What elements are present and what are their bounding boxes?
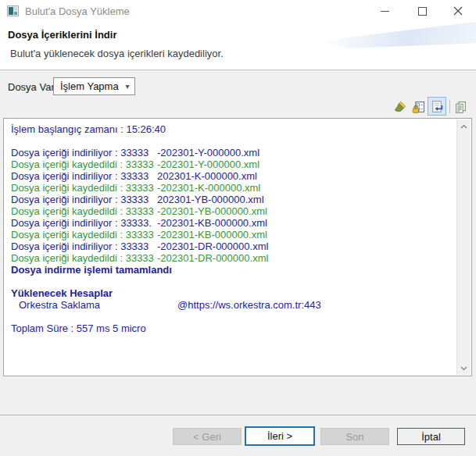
log-line: Dosya içeriği indiriliyor : 33333-202301… xyxy=(11,240,455,252)
title-bar: Bulut'a Dosya Yükleme xyxy=(0,0,476,22)
dropdown-value: İşlem Yapma xyxy=(54,80,120,92)
log-line: Yüklenecek Hesaplar xyxy=(11,287,455,299)
clear-console-button[interactable] xyxy=(392,99,407,115)
log-line: Dosya indirme işlemi tamamlandı xyxy=(11,264,455,276)
scroll-up-button[interactable] xyxy=(457,119,471,133)
log-line: Dosya içeriği indiriliyor : 33333202301-… xyxy=(11,194,455,205)
close-button[interactable] xyxy=(442,0,474,22)
log-line: Dosya içeriği indiriliyor : 33333-202301… xyxy=(11,147,455,159)
back-button: < Geri xyxy=(173,428,242,445)
next-button[interactable]: İleri > xyxy=(245,426,315,446)
toolbar-separator xyxy=(449,100,450,113)
log-line: Dosya içeriği kaydedildi : 33333-202301-… xyxy=(11,159,455,170)
console-log[interactable]: İşlem başlangıç zamanı : 15:26:40Dosya i… xyxy=(3,118,472,376)
scroll-down-icon xyxy=(460,366,467,371)
log-line xyxy=(11,135,455,147)
word-wrap-icon xyxy=(431,100,444,113)
log-line: Dosya içeriği kaydedildi : 33333-202301-… xyxy=(11,182,455,194)
minimize-icon xyxy=(381,11,389,12)
wizard-content: Dosya Varsa İşlem Yapma ▾ xyxy=(0,70,476,456)
log-line: Toplam Süre : 557 ms 5 micro xyxy=(11,322,455,334)
copy-button[interactable] xyxy=(453,99,468,115)
header-banner-graphic xyxy=(320,22,476,48)
footer-separator xyxy=(0,415,476,415)
chevron-down-icon: ▾ xyxy=(120,82,134,91)
page-title: Dosya İçeriklerini İndir xyxy=(8,29,116,41)
scroll-lock-button[interactable] xyxy=(410,99,426,115)
log-line: Orkestra Saklama@https://ws.orkestra.com… xyxy=(11,299,455,311)
app-icon xyxy=(7,5,19,16)
clear-console-icon xyxy=(393,101,406,114)
page-subtitle: Bulut'a yüklenecek dosya içerikleri kayd… xyxy=(10,48,224,59)
scroll-up-icon xyxy=(460,124,467,129)
wizard-dialog: { "window": { "title": "Bulut'a Dosya Yü… xyxy=(0,0,476,456)
file-action-dropdown[interactable]: İşlem Yapma ▾ xyxy=(53,77,135,95)
log-line xyxy=(11,276,455,287)
close-icon xyxy=(453,6,463,16)
copy-icon xyxy=(454,101,467,114)
minimize-button[interactable] xyxy=(369,0,400,22)
log-line: İşlem başlangıç zamanı : 15:26:40 xyxy=(11,123,455,135)
log-line xyxy=(11,311,455,322)
cancel-button[interactable]: İptal xyxy=(397,428,465,445)
log-line: Dosya içeriği indiriliyor : 33333.-20230… xyxy=(11,217,455,229)
finish-button: Son xyxy=(320,428,389,445)
window-title: Bulut'a Dosya Yükleme xyxy=(25,5,130,17)
log-content: İşlem başlangıç zamanı : 15:26:40Dosya i… xyxy=(4,119,458,376)
maximize-icon xyxy=(418,7,427,16)
wizard-header: Dosya İçeriklerini İndir Bulut'a yüklene… xyxy=(0,22,476,70)
scroll-down-button[interactable] xyxy=(457,362,471,375)
scroll-lock-icon xyxy=(412,101,425,114)
log-line: Dosya içeriği kaydedildi : 33333-202301-… xyxy=(11,252,455,264)
word-wrap-button[interactable] xyxy=(428,97,446,116)
log-line: Dosya içeriği kaydedildi : 33333-202301-… xyxy=(11,205,455,217)
vertical-scrollbar[interactable] xyxy=(456,119,471,375)
maximize-button[interactable] xyxy=(406,0,438,22)
log-line: Dosya içeriği indiriliyor : 33333202301-… xyxy=(11,170,455,182)
log-line: Dosya içeriği kaydedildi : 33333-202301-… xyxy=(11,229,455,240)
